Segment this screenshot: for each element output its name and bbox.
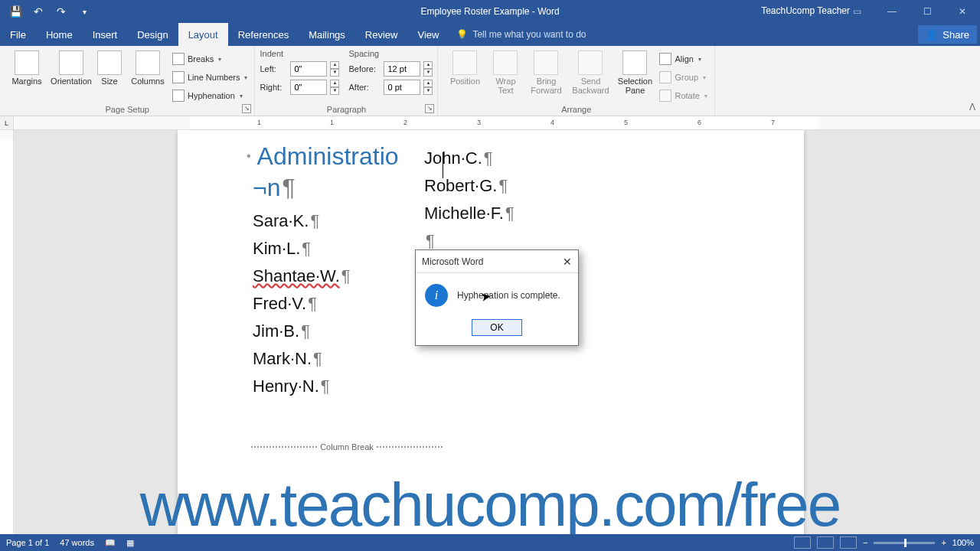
selection-pane-button[interactable]: Selection Pane [612, 47, 657, 98]
group-label: Group [675, 73, 698, 82]
spacing-header: Spacing [348, 49, 433, 60]
indent-left-input[interactable] [290, 61, 327, 77]
status-word-count[interactable]: 47 words [60, 538, 94, 547]
ruler-corner: L [0, 116, 14, 129]
tell-me-search[interactable]: 💡 Tell me what you want to do [456, 23, 586, 46]
macro-icon[interactable]: ▦ [126, 538, 134, 548]
lightbulb-icon: 💡 [456, 29, 468, 40]
breaks-icon [172, 53, 185, 65]
send-backward-label: Send Backward [571, 77, 609, 95]
zoom-slider[interactable] [874, 542, 935, 544]
align-button[interactable]: Align [657, 51, 709, 67]
spin-down-icon[interactable]: ▼ [330, 69, 339, 77]
columns-button[interactable]: Columns [126, 47, 170, 89]
indent-left-field[interactable]: Left:▲▼ [260, 60, 339, 78]
share-button[interactable]: 👤 Share [918, 25, 977, 44]
align-label: Align [675, 54, 693, 64]
group-button: Group [657, 69, 709, 86]
status-page[interactable]: Page 1 of 1 [6, 538, 49, 547]
dialog-close-icon[interactable]: ✕ [563, 256, 572, 268]
list-item: John·C.¶ [424, 148, 616, 168]
page-setup-group-label: Page Setup [5, 105, 250, 116]
web-layout-icon[interactable] [840, 536, 857, 549]
spacing-before-field[interactable]: Before:▲▼ [348, 60, 433, 78]
undo-icon[interactable]: ↶ [28, 1, 49, 22]
dialog-message: Hyphenation is complete. [457, 290, 560, 301]
list-item: Jim·B.¶ [253, 321, 406, 341]
vertical-ruler[interactable] [0, 130, 14, 534]
margins-icon [15, 51, 39, 75]
margins-button[interactable]: Margins [5, 47, 49, 89]
tab-layout[interactable]: Layout [178, 23, 228, 46]
zoom-level[interactable]: 100% [952, 538, 974, 547]
spin-down-icon[interactable]: ▼ [423, 87, 433, 95]
selection-pane-label: Selection Pane [616, 77, 654, 95]
ribbon-tabs: File Home Insert Design Layout Reference… [0, 23, 980, 46]
minimize-icon[interactable]: — [874, 0, 910, 23]
share-icon: 👤 [926, 29, 938, 41]
dialog-title: Microsoft Word [422, 256, 483, 267]
close-icon[interactable]: ✕ [945, 0, 980, 23]
breaks-label: Breaks [188, 54, 214, 64]
spin-up-icon[interactable]: ▲ [330, 80, 339, 87]
zoom-in-icon[interactable]: + [941, 538, 946, 547]
bring-forward-button: Bring Forward [524, 47, 568, 98]
breaks-button[interactable]: Breaks [170, 51, 250, 67]
dialog-ok-button[interactable]: OK [472, 319, 522, 336]
print-layout-icon[interactable] [817, 536, 834, 549]
save-icon[interactable]: 💾 [5, 1, 26, 22]
spacing-before-input[interactable] [384, 61, 420, 77]
spin-down-icon[interactable]: ▼ [423, 69, 433, 77]
indent-right-label: Right: [260, 83, 287, 92]
spacing-before-label: Before: [348, 64, 381, 73]
spin-up-icon[interactable]: ▲ [330, 61, 339, 69]
horizontal-ruler[interactable]: L 1 1 2 3 4 5 6 7 [0, 116, 980, 130]
read-mode-icon[interactable] [794, 536, 811, 549]
spin-up-icon[interactable]: ▲ [423, 80, 433, 87]
maximize-icon[interactable]: ☐ [910, 0, 945, 23]
wrap-text-label: Wrap Text [490, 77, 521, 95]
spacing-after-field[interactable]: After:▲▼ [348, 78, 433, 96]
indent-right-field[interactable]: Right:▲▼ [260, 78, 339, 96]
ribbon-display-icon[interactable]: ▭ [839, 0, 874, 23]
tab-home[interactable]: Home [36, 23, 83, 46]
spellcheck-icon[interactable]: 📖 [105, 538, 116, 548]
line-numbers-button[interactable]: Line Numbers [170, 69, 250, 86]
list-item: Robert·G.¶ [424, 176, 616, 196]
tab-view[interactable]: View [407, 23, 449, 46]
orientation-button[interactable]: Orientation [49, 47, 93, 89]
paragraph-launcher-icon[interactable]: ↘ [425, 104, 434, 113]
spacing-after-label: After: [348, 83, 381, 92]
arrange-group-label: Arrange [443, 105, 709, 116]
orientation-label: Orientation [51, 77, 92, 86]
tab-file[interactable]: File [0, 23, 36, 46]
spin-down-icon[interactable]: ▼ [330, 87, 339, 95]
info-icon: i [425, 284, 448, 307]
zoom-out-icon[interactable]: − [863, 538, 867, 547]
size-button[interactable]: Size [93, 47, 126, 89]
dialog-hyphenation-complete: Microsoft Word ✕ i Hyphenation is comple… [415, 249, 579, 346]
page-setup-launcher-icon[interactable]: ↘ [242, 104, 251, 113]
tab-insert[interactable]: Insert [83, 23, 128, 46]
spin-up-icon[interactable]: ▲ [423, 61, 433, 69]
qat-customize-icon[interactable]: ▾ [74, 1, 95, 22]
redo-icon[interactable]: ↷ [51, 1, 72, 22]
title-bar: 💾 ↶ ↷ ▾ Employee Roster Example - Word T… [0, 0, 980, 23]
margins-label: Margins [11, 77, 41, 86]
ribbon: Margins Orientation Size Columns Breaks … [0, 46, 980, 116]
empty-para: ¶ [424, 231, 616, 251]
tab-review[interactable]: Review [355, 23, 408, 46]
list-item: Sara·K.¶ [253, 211, 406, 231]
size-label: Size [101, 77, 117, 86]
tab-mailings[interactable]: Mailings [299, 23, 355, 46]
paragraph-group-label: Paragraph [260, 105, 433, 116]
indent-right-input[interactable] [290, 80, 327, 95]
spacing-after-input[interactable] [384, 80, 420, 95]
user-name[interactable]: TeachUcomp Teacher [761, 5, 850, 16]
tab-references[interactable]: References [228, 23, 299, 46]
hyphenation-button[interactable]: Hyphenation [170, 87, 250, 104]
group-icon [659, 71, 671, 83]
tab-design[interactable]: Design [127, 23, 178, 46]
collapse-ribbon-icon[interactable]: ᐱ [969, 102, 975, 112]
orientation-icon [59, 51, 83, 75]
